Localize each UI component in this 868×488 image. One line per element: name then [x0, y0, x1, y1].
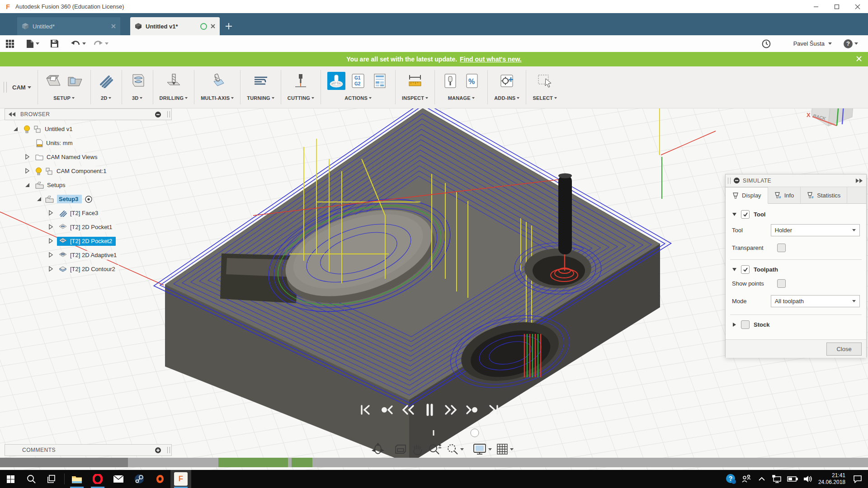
expander-collapsed-icon[interactable]: [48, 210, 54, 216]
user-account-button[interactable]: Pavel Šusta: [789, 40, 832, 47]
tool-section-header[interactable]: Tool: [726, 204, 866, 221]
tree-item-label[interactable]: [T2] 2D Pocket1: [70, 224, 112, 230]
section-collapsed-icon[interactable]: [732, 322, 737, 327]
ribbon-group-label[interactable]: ACTIONS: [344, 95, 372, 101]
zoom-icon[interactable]: [428, 443, 441, 455]
new-setup-icon[interactable]: [44, 72, 62, 90]
tab-info[interactable]: # Info: [768, 187, 801, 203]
orbit-icon[interactable]: [372, 443, 390, 455]
autodesk-help-tray-icon[interactable]: ?: [723, 470, 739, 488]
go-to-start-button[interactable]: [357, 401, 374, 418]
maximize-button[interactable]: [826, 0, 847, 13]
close-button[interactable]: Close: [826, 343, 862, 356]
close-tab-icon[interactable]: [111, 24, 116, 28]
job-status-icon[interactable]: [762, 39, 771, 48]
comments-panel-header[interactable]: COMMENTS: [5, 444, 172, 456]
tree-item-label[interactable]: Setup3: [59, 196, 78, 202]
new-tab-button[interactable]: [220, 17, 238, 35]
setup-folder-icon[interactable]: [66, 72, 84, 90]
panel-options-icon[interactable]: [155, 111, 161, 118]
section-expanded-icon[interactable]: [732, 212, 737, 217]
tree-row-contour2[interactable]: [T2] 2D Contour2: [5, 262, 176, 276]
minimize-button[interactable]: [806, 0, 826, 13]
ribbon-group-label[interactable]: ADD-INS: [494, 95, 519, 101]
select-icon[interactable]: [536, 72, 554, 90]
post-process-icon[interactable]: G1G2: [349, 72, 367, 90]
tab-label[interactable]: Untitled v1*: [146, 23, 200, 30]
expander-expanded-icon[interactable]: [13, 126, 19, 132]
ribbon-group-label[interactable]: SELECT: [533, 95, 557, 101]
tree-item-label[interactable]: [T2] 2D Contour2: [70, 266, 115, 272]
toolpath-mode-select[interactable]: All toolpath: [771, 295, 860, 307]
tree-item-label[interactable]: CAM Named Views: [47, 154, 97, 160]
banner-whats-new-link[interactable]: Find out what's new.: [460, 56, 522, 63]
banner-close-icon[interactable]: [855, 55, 863, 62]
scrollbar-thumb[interactable]: [0, 458, 128, 467]
turning-icon[interactable]: [252, 72, 270, 90]
tab-statistics[interactable]: # Statistics: [801, 187, 847, 203]
start-button[interactable]: [0, 470, 21, 488]
tree-row-setup3[interactable]: Setup3: [5, 192, 176, 206]
taskbar-search-icon[interactable]: [21, 470, 42, 488]
tree-item-label[interactable]: CAM Component:1: [57, 168, 107, 174]
panel-options-icon[interactable]: [733, 177, 740, 184]
tree-item-label[interactable]: [T2] 2D Pocket2: [70, 238, 112, 244]
ribbon-group-label[interactable]: SETUP: [53, 95, 75, 101]
active-setup-target-icon[interactable]: [85, 196, 92, 203]
tree-row-named-views[interactable]: CAM Named Views: [5, 150, 176, 164]
3d-milling-icon[interactable]: [128, 72, 146, 90]
tree-row-pocket2[interactable]: [T2] 2D Pocket2: [5, 234, 176, 248]
go-to-end-button[interactable]: [485, 401, 502, 418]
redo-button[interactable]: [93, 40, 108, 47]
tree-row-cam-component[interactable]: CAM Component:1: [5, 164, 176, 178]
tree-row-document[interactable]: Untitled v1: [5, 122, 176, 136]
ribbon-group-label[interactable]: MULTI-AXIS: [201, 95, 234, 101]
pause-button[interactable]: [421, 401, 438, 418]
show-points-checkbox[interactable]: [777, 279, 786, 288]
volume-tray-icon[interactable]: [800, 470, 816, 488]
visibility-bulb-icon[interactable]: [24, 125, 30, 133]
task-view-icon[interactable]: [42, 470, 62, 488]
measure-icon[interactable]: [406, 72, 424, 90]
data-panel-button[interactable]: [5, 39, 14, 48]
expander-collapsed-icon[interactable]: [48, 238, 54, 244]
stock-visible-checkbox[interactable]: [741, 320, 750, 329]
expand-panel-icon[interactable]: [855, 178, 863, 183]
expander-collapsed-icon[interactable]: [48, 252, 54, 258]
visibility-bulb-icon[interactable]: [35, 167, 42, 175]
timeline-handle[interactable]: [471, 429, 479, 437]
expander-expanded-icon[interactable]: [24, 182, 31, 188]
cloud-status-icon[interactable]: [200, 23, 207, 30]
look-at-icon[interactable]: [394, 443, 407, 455]
panel-grip[interactable]: [167, 111, 170, 117]
tool-visible-checkbox[interactable]: [741, 210, 750, 219]
taskbar-clock[interactable]: 21:41 24.06.2018: [818, 472, 845, 486]
horizontal-scroll-strip[interactable]: [0, 458, 868, 467]
mail-icon[interactable]: [108, 470, 129, 488]
battery-tray-icon[interactable]: [785, 470, 800, 488]
grid-layout-icon[interactable]: [496, 443, 514, 455]
tree-row-pocket1[interactable]: [T2] 2D Pocket1: [5, 220, 176, 234]
ribbon-group-label[interactable]: 2D: [101, 95, 111, 101]
tab-untitled-v1[interactable]: Untitled v1*: [130, 17, 220, 35]
play-button[interactable]: [463, 401, 481, 418]
tab-untitled[interactable]: Untitled*: [17, 17, 120, 35]
add-ins-icon[interactable]: [498, 72, 516, 90]
tab-label[interactable]: Untitled*: [33, 23, 111, 30]
toolpath-section-header[interactable]: Toolpath: [726, 263, 866, 276]
tool-display-select[interactable]: Holder: [771, 224, 860, 236]
origin-icon[interactable]: [150, 470, 170, 488]
file-explorer-icon[interactable]: [66, 470, 87, 488]
pan-icon[interactable]: [411, 443, 423, 455]
toolbar-grip[interactable]: [4, 82, 7, 93]
tool-library-icon[interactable]: [441, 72, 459, 90]
tree-row-units[interactable]: Units: mm: [5, 136, 176, 150]
next-operation-button[interactable]: [442, 401, 459, 418]
tree-item-label[interactable]: Untitled v1: [45, 126, 72, 132]
expander-collapsed-icon[interactable]: [48, 224, 54, 230]
collapse-panel-icon[interactable]: [9, 112, 16, 117]
people-tray-icon[interactable]: [739, 470, 754, 488]
toolpath-visible-checkbox[interactable]: [741, 265, 750, 274]
action-center-icon[interactable]: [850, 470, 865, 488]
close-tab-icon[interactable]: [211, 24, 215, 28]
